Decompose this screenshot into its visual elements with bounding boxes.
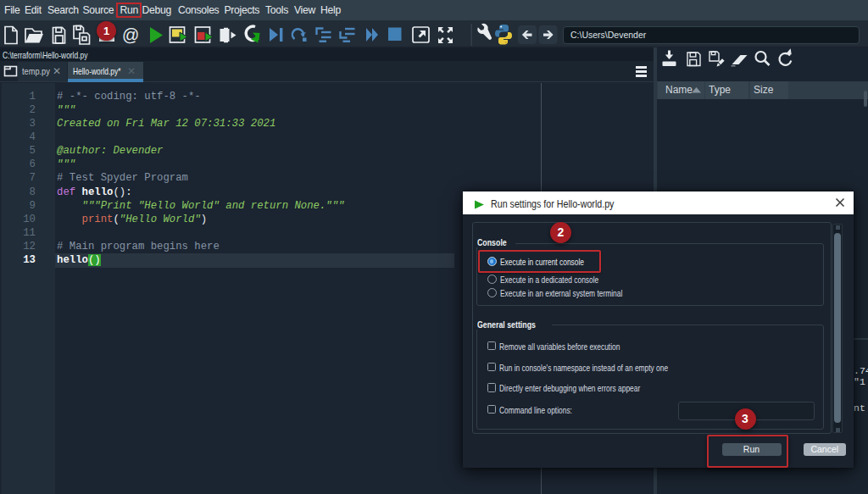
svg-text:@: @: [122, 25, 139, 44]
